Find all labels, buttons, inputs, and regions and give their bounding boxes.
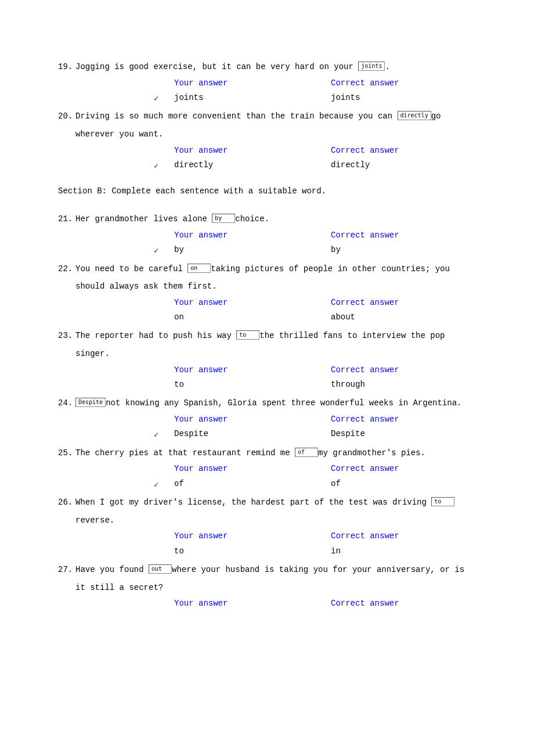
- question-text-b: .: [385, 62, 389, 71]
- question-text-a: Jogging is good exercise, but it can be …: [75, 62, 358, 71]
- question-item: 26.When I got my driver's license, the h…: [58, 494, 476, 559]
- question-number: 20.: [58, 107, 75, 125]
- question-number: 23.: [58, 327, 75, 345]
- question-number: 25.: [58, 444, 75, 462]
- correct-answer-value: through: [331, 377, 476, 392]
- correct-answer-header: Correct answer: [331, 76, 476, 91]
- your-answer-value: on: [174, 310, 331, 325]
- answer-input[interactable]: joints: [358, 62, 385, 71]
- checkmark-icon: ✓: [154, 478, 158, 492]
- answer-input[interactable]: of: [295, 448, 318, 457]
- checkmark-icon: ✓: [154, 159, 158, 174]
- your-answer-value: ✓directly: [174, 158, 331, 172]
- section-b-title: Section B: Complete each sentence with a…: [58, 184, 476, 199]
- correct-answer-value: of: [331, 477, 476, 491]
- question-text-a: The cherry pies at that restaurant remin…: [75, 448, 295, 458]
- correct-answer-header: Correct answer: [331, 363, 476, 377]
- question-item: 27.Have you found outwhere your husband …: [58, 561, 476, 611]
- correct-answer-header: Correct answer: [331, 228, 476, 243]
- your-answer-header: Your answer: [174, 412, 331, 427]
- correct-answer-value: directly: [331, 158, 476, 172]
- question-text-b: my grandmother's pies.: [318, 448, 425, 458]
- question-number: 26.: [58, 494, 75, 512]
- question-number: 22.: [58, 260, 75, 278]
- correct-answer-header: Correct answer: [331, 462, 476, 476]
- correct-answer-header: Correct answer: [331, 596, 476, 611]
- correct-answer-header: Correct answer: [331, 296, 476, 310]
- your-answer-header: Your answer: [174, 143, 331, 158]
- your-answer-value: ✓Despite: [174, 427, 331, 441]
- your-answer-header: Your answer: [174, 462, 331, 476]
- question-number: 19.: [58, 58, 75, 76]
- your-answer-header: Your answer: [174, 529, 331, 543]
- answer-input[interactable]: on: [187, 264, 211, 273]
- question-item: 19.Jogging is good exercise, but it can …: [58, 58, 476, 105]
- your-answer-value: to: [174, 377, 331, 392]
- your-answer-value: ✓joints: [174, 91, 331, 105]
- your-answer-header: Your answer: [174, 296, 331, 310]
- checkmark-icon: ✓: [154, 244, 158, 258]
- question-item: 22.You need to be careful ontaking pictu…: [58, 260, 476, 325]
- checkmark-icon: ✓: [154, 428, 158, 442]
- answer-input[interactable]: by: [212, 214, 235, 223]
- answer-input[interactable]: out: [149, 564, 172, 574]
- correct-answer-value: Despite: [331, 427, 476, 441]
- question-text-a: Have you found: [75, 565, 149, 574]
- answer-input[interactable]: to: [236, 330, 259, 340]
- correct-answer-header: Correct answer: [331, 412, 476, 427]
- your-answer-value: ✓by: [174, 243, 331, 257]
- question-item: 24.Despitenot knowing any Spanish, Glori…: [58, 394, 476, 441]
- your-answer-value: ✓of: [174, 477, 331, 491]
- question-text-b: choice.: [235, 214, 269, 224]
- correct-answer-value: by: [331, 243, 476, 257]
- checkmark-icon: ✓: [154, 92, 158, 106]
- question-text-a: Driving is so much more convenient than …: [75, 111, 398, 121]
- correct-answer-value: about: [331, 310, 476, 325]
- question-item: 20.Driving is so much more convenient th…: [58, 107, 476, 172]
- your-answer-header: Your answer: [174, 363, 331, 377]
- your-answer-header: Your answer: [174, 596, 331, 611]
- correct-answer-header: Correct answer: [331, 143, 476, 158]
- question-text-b: reverse.: [75, 516, 114, 525]
- question-text-a: Her grandmother lives alone: [75, 214, 212, 224]
- your-answer-value: to: [174, 544, 331, 559]
- correct-answer-value: in: [331, 544, 476, 559]
- question-text-a: You need to be careful: [75, 264, 187, 273]
- question-number: 21.: [58, 210, 75, 228]
- question-text-a: When I got my driver's license, the hard…: [75, 498, 431, 507]
- question-number: 24.: [58, 394, 75, 412]
- answer-input[interactable]: to: [431, 497, 454, 506]
- your-answer-header: Your answer: [174, 76, 331, 91]
- answer-input[interactable]: directly: [398, 111, 431, 120]
- your-answer-header: Your answer: [174, 228, 331, 243]
- question-item: 21.Her grandmother lives alone bychoice.…: [58, 210, 476, 257]
- question-text-b: not knowing any Spanish, Gloria spent th…: [106, 398, 461, 408]
- question-item: 25.The cherry pies at that restaurant re…: [58, 444, 476, 491]
- correct-answer-value: joints: [331, 91, 476, 105]
- question-item: 23.The reporter had to push his way toth…: [58, 327, 476, 392]
- answer-input[interactable]: Despite: [75, 398, 106, 407]
- question-number: 27.: [58, 561, 75, 579]
- correct-answer-header: Correct answer: [331, 529, 476, 543]
- question-text-a: The reporter had to push his way: [75, 331, 236, 340]
